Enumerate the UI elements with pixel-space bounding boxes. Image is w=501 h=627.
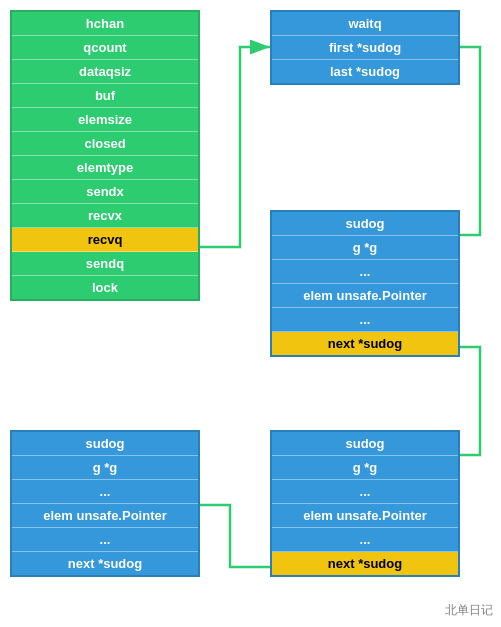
- sudog1-row-next__sudog: next *sudog: [272, 332, 458, 355]
- hchan-row-sendx: sendx: [12, 180, 198, 204]
- sudog1-row-g__g: g *g: [272, 236, 458, 260]
- hchan-row-recvx: recvx: [12, 204, 198, 228]
- hchan-row-qcount: qcount: [12, 36, 198, 60]
- watermark: 北单日记: [445, 602, 493, 619]
- diagram: hchanqcountdataqsizbufelemsizeclosedelem…: [0, 0, 501, 627]
- sudog3-box: sudogg *g...elem unsafe.Pointer...next *…: [10, 430, 200, 577]
- waitq-row-waitq: waitq: [272, 12, 458, 36]
- waitq-row-first__sudog: first *sudog: [272, 36, 458, 60]
- sudog1-box: sudogg *g...elem unsafe.Pointer...next *…: [270, 210, 460, 357]
- sudog2-row-g__g: g *g: [272, 456, 458, 480]
- hchan-row-sendq: sendq: [12, 252, 198, 276]
- sudog2-row-___: ...: [272, 480, 458, 504]
- sudog1-row-elem_unsafe_Pointer: elem unsafe.Pointer: [272, 284, 458, 308]
- hchan-row-elemtype: elemtype: [12, 156, 198, 180]
- sudog2-row-elem_unsafe_Pointer: elem unsafe.Pointer: [272, 504, 458, 528]
- sudog3-row-sudog: sudog: [12, 432, 198, 456]
- sudog2-row-sudog: sudog: [272, 432, 458, 456]
- hchan-row-dataqsiz: dataqsiz: [12, 60, 198, 84]
- sudog1-row-___: ...: [272, 260, 458, 284]
- hchan-row-lock: lock: [12, 276, 198, 299]
- sudog2-row-next__sudog: next *sudog: [272, 552, 458, 575]
- hchan-row-closed: closed: [12, 132, 198, 156]
- hchan-row-hchan: hchan: [12, 12, 198, 36]
- sudog1-row-sudog: sudog: [272, 212, 458, 236]
- sudog3-row-___: ...: [12, 480, 198, 504]
- hchan-row-recvq: recvq: [12, 228, 198, 252]
- sudog1-row-___: ...: [272, 308, 458, 332]
- sudog2-row-___: ...: [272, 528, 458, 552]
- sudog3-row-g__g: g *g: [12, 456, 198, 480]
- hchan-row-buf: buf: [12, 84, 198, 108]
- sudog3-row-elem_unsafe_Pointer: elem unsafe.Pointer: [12, 504, 198, 528]
- sudog2-box: sudogg *g...elem unsafe.Pointer...next *…: [270, 430, 460, 577]
- waitq-box: waitqfirst *sudoglast *sudog: [270, 10, 460, 85]
- hchan-box: hchanqcountdataqsizbufelemsizeclosedelem…: [10, 10, 200, 301]
- sudog3-row-___: ...: [12, 528, 198, 552]
- waitq-row-last__sudog: last *sudog: [272, 60, 458, 83]
- hchan-row-elemsize: elemsize: [12, 108, 198, 132]
- sudog3-row-next__sudog: next *sudog: [12, 552, 198, 575]
